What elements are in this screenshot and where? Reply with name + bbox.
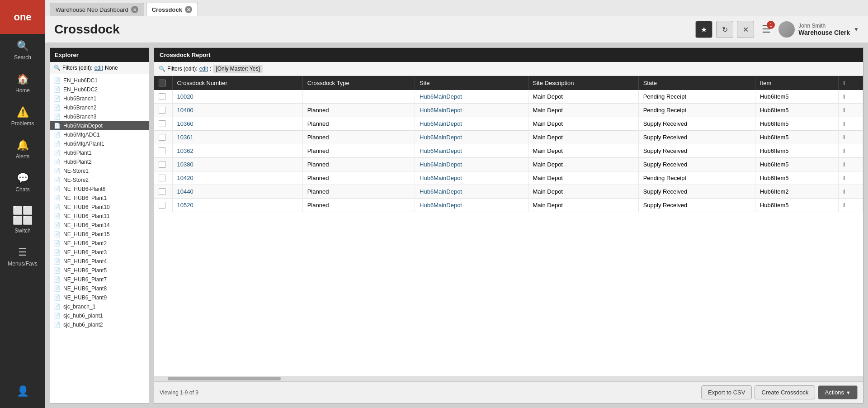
explorer-item-label: NE_HUB6-Plant6 bbox=[63, 186, 105, 192]
row-crossdock-number[interactable]: 10360 bbox=[172, 117, 302, 131]
row-crossdock-number[interactable]: 10520 bbox=[172, 199, 302, 212]
close-page-button[interactable]: ✕ bbox=[737, 21, 754, 38]
row-crossdock-number[interactable]: 10440 bbox=[172, 185, 302, 199]
refresh-button[interactable]: ↻ bbox=[716, 21, 733, 38]
user-info[interactable]: John Smith Warehouse Clerk ▼ bbox=[778, 21, 859, 38]
row-crossdock-number[interactable]: 10380 bbox=[172, 158, 302, 171]
explorer-item-hub6plant1[interactable]: 📄Hub6Plant1 bbox=[50, 148, 149, 157]
tab-close-warehouse[interactable]: ✕ bbox=[131, 6, 138, 13]
explorer-item-ne-hub6-plant2[interactable]: 📄NE_HUB6_Plant2 bbox=[50, 239, 149, 248]
row-site[interactable]: Hub6MainDepot bbox=[415, 90, 528, 104]
actions-button[interactable]: Actions ▼ bbox=[818, 385, 858, 399]
row-checkbox-r3[interactable] bbox=[159, 120, 165, 127]
report-filters-edit[interactable]: edit bbox=[199, 66, 208, 72]
explorer-filters-edit[interactable]: edit bbox=[94, 65, 103, 71]
favorite-button[interactable]: ★ bbox=[695, 21, 712, 38]
explorer-item-ne-hub6-plant3[interactable]: 📄NE_HUB6_Plant3 bbox=[50, 248, 149, 257]
explorer-item-hub6mfgaplant1[interactable]: 📄Hub6MfgAPlant1 bbox=[50, 139, 149, 148]
row-site[interactable]: Hub6MainDepot bbox=[415, 104, 528, 117]
tab-warehouse-dashboard[interactable]: Warehouse Neo Dashboard ✕ bbox=[50, 3, 144, 16]
report-filters-label: Filters (edit): bbox=[167, 66, 198, 72]
row-crossdock-number[interactable]: 10420 bbox=[172, 171, 302, 185]
explorer-item-label: NE_HUB6_Plant15 bbox=[63, 231, 110, 237]
sidebar-item-search[interactable]: 🔍 Search bbox=[0, 34, 45, 67]
scrollbar-thumb[interactable] bbox=[168, 377, 281, 380]
sidebar-item-alerts[interactable]: 🔔 Alerts bbox=[0, 133, 45, 166]
file-icon: 📄 bbox=[54, 141, 61, 147]
explorer-item-hub6mfgadc1[interactable]: 📄Hub6MfgADC1 bbox=[50, 130, 149, 139]
create-crossdock-button[interactable]: Create Crossdock bbox=[755, 385, 815, 399]
sidebar-label-problems: Problems bbox=[11, 120, 34, 127]
select-all-checkbox[interactable] bbox=[159, 80, 165, 86]
explorer-item-hub6branch2[interactable]: 📄Hub6Branch2 bbox=[50, 103, 149, 112]
explorer-item-ne-hub6-plant11[interactable]: 📄NE_HUB6_Plant11 bbox=[50, 212, 149, 221]
explorer-item-ne-hub6-plant9[interactable]: 📄NE_HUB6_Plant9 bbox=[50, 293, 149, 302]
row-checkbox-r8[interactable] bbox=[159, 188, 165, 195]
row-crossdock-number[interactable]: 10361 bbox=[172, 131, 302, 144]
explorer-item-label: EN_Hub6DC1 bbox=[63, 77, 98, 84]
explorer-item-label: NE-Store1 bbox=[63, 168, 89, 174]
tab-crossdock[interactable]: Crossdock ✕ bbox=[146, 3, 198, 16]
row-site[interactable]: Hub6MainDepot bbox=[415, 185, 528, 199]
row-checkbox-r5[interactable] bbox=[159, 147, 165, 154]
explorer-item-en-hub6dc2[interactable]: 📄EN_Hub6DC2 bbox=[50, 85, 149, 94]
explorer-item-hub6branch3[interactable]: 📄Hub6Branch3 bbox=[50, 112, 149, 121]
explorer-item-ne-store2[interactable]: 📄NE-Store2 bbox=[50, 176, 149, 185]
explorer-item-ne-hub6-plant4[interactable]: 📄NE_HUB6_Plant4 bbox=[50, 257, 149, 266]
file-icon: 📄 bbox=[54, 150, 61, 156]
explorer-item-hub6maindepot[interactable]: 📄Hub6MainDepot bbox=[50, 121, 149, 130]
explorer-item-hub6branch1[interactable]: 📄Hub6Branch1 bbox=[50, 94, 149, 103]
table-row: 10440 Planned Hub6MainDepot Main Depot S… bbox=[154, 185, 863, 199]
row-checkbox-r2[interactable] bbox=[159, 107, 165, 114]
row-crossdock-number[interactable]: 10020 bbox=[172, 90, 302, 104]
explorer-item-ne-hub6-plant10[interactable]: 📄NE_HUB6_Plant10 bbox=[50, 203, 149, 212]
export-csv-button[interactable]: Export to CSV bbox=[701, 385, 752, 399]
explorer-item-ne-hub6-plant6[interactable]: 📄NE_HUB6-Plant6 bbox=[50, 185, 149, 194]
explorer-item-ne-hub6-plant7[interactable]: 📄NE_HUB6_Plant7 bbox=[50, 275, 149, 284]
row-extra: I bbox=[839, 131, 863, 144]
sidebar-item-switch[interactable]: ⬜⬜⬜⬜ Switch bbox=[0, 199, 45, 240]
explorer-item-sjc-hub6-plant2[interactable]: 📄sjc_hub6_plant2 bbox=[50, 320, 149, 329]
explorer-item-ne-hub6-plant15[interactable]: 📄NE_HUB6_Plant15 bbox=[50, 230, 149, 239]
row-crossdock-number[interactable]: 10400 bbox=[172, 104, 302, 117]
row-site[interactable]: Hub6MainDepot bbox=[415, 158, 528, 171]
sidebar-item-chats[interactable]: 💬 Chats bbox=[0, 166, 45, 199]
row-site[interactable]: Hub6MainDepot bbox=[415, 144, 528, 158]
row-checkbox-r7[interactable] bbox=[159, 175, 165, 181]
explorer-item-sjc-hub6-plant1[interactable]: 📄sjc_hub6_plant1 bbox=[50, 311, 149, 320]
sidebar-item-home[interactable]: 🏠 Home bbox=[0, 67, 45, 100]
sidebar-item-problems[interactable]: ⚠️ Problems bbox=[0, 100, 45, 133]
app-logo[interactable]: one bbox=[0, 0, 45, 34]
col-header-extra: I bbox=[839, 76, 863, 90]
user-dropdown-arrow: ▼ bbox=[854, 26, 859, 33]
sidebar-label-switch: Switch bbox=[14, 228, 30, 234]
row-site[interactable]: Hub6MainDepot bbox=[415, 199, 528, 212]
row-crossdock-number[interactable]: 10362 bbox=[172, 144, 302, 158]
explorer-item-ne-hub6-plant14[interactable]: 📄NE_HUB6_Plant14 bbox=[50, 221, 149, 230]
row-site[interactable]: Hub6MainDepot bbox=[415, 131, 528, 144]
sidebar-item-menus[interactable]: ☰ Menus/Favs bbox=[0, 240, 45, 273]
row-checkbox-cell bbox=[154, 185, 172, 199]
explorer-item-sjc-branch-1[interactable]: 📄sjc_branch_1 bbox=[50, 302, 149, 311]
table-row: 10020 Hub6MainDepot Main Depot Pending R… bbox=[154, 90, 863, 104]
explorer-item-ne-hub6-plant5[interactable]: 📄NE_HUB6_Plant5 bbox=[50, 266, 149, 275]
horizontal-scrollbar[interactable] bbox=[154, 376, 863, 381]
row-checkbox-r4[interactable] bbox=[159, 134, 165, 141]
row-site[interactable]: Hub6MainDepot bbox=[415, 171, 528, 185]
tab-close-crossdock[interactable]: ✕ bbox=[185, 6, 192, 13]
explorer-list: 📄EN_Hub6DC1📄EN_Hub6DC2📄Hub6Branch1📄Hub6B… bbox=[50, 74, 149, 403]
row-site[interactable]: Hub6MainDepot bbox=[415, 117, 528, 131]
notification-button[interactable]: ☰ 1 bbox=[758, 21, 775, 38]
explorer-item-hub6plant2[interactable]: 📄Hub6Plant2 bbox=[50, 157, 149, 166]
file-icon: 📄 bbox=[54, 294, 61, 301]
row-checkbox-r6[interactable] bbox=[159, 161, 165, 168]
explorer-item-ne-hub6-plant8[interactable]: 📄NE_HUB6_Plant8 bbox=[50, 284, 149, 293]
explorer-item-ne-hub6-plant1[interactable]: 📄NE_HUB6_Plant1 bbox=[50, 194, 149, 203]
sidebar-item-profile[interactable]: 👤 bbox=[17, 379, 29, 403]
row-checkbox-r9[interactable] bbox=[159, 202, 165, 209]
explorer-item-ne-store1[interactable]: 📄NE-Store1 bbox=[50, 166, 149, 176]
row-checkbox-r1[interactable] bbox=[159, 93, 165, 100]
file-icon: 📄 bbox=[54, 195, 61, 201]
file-icon: 📄 bbox=[54, 104, 61, 111]
explorer-item-en-hub6dc1[interactable]: 📄EN_Hub6DC1 bbox=[50, 76, 149, 85]
